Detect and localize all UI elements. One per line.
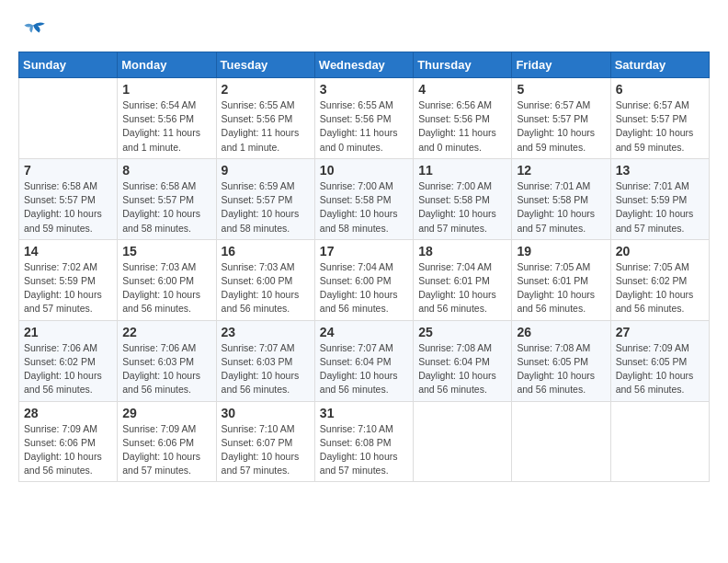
day-info: Sunrise: 6:57 AM Sunset: 5:57 PM Dayligh… [517, 98, 605, 155]
day-number: 26 [517, 325, 605, 339]
calendar-cell: 28Sunrise: 7:09 AM Sunset: 6:06 PM Dayli… [19, 401, 118, 482]
calendar-cell: 4Sunrise: 6:56 AM Sunset: 5:56 PM Daylig… [414, 78, 512, 159]
weekday-header-tuesday: Tuesday [216, 52, 314, 78]
weekday-header-saturday: Saturday [610, 52, 709, 78]
day-number: 20 [616, 244, 704, 259]
calendar-cell: 22Sunrise: 7:06 AM Sunset: 6:03 PM Dayli… [118, 320, 216, 401]
calendar-week-2: 7Sunrise: 6:58 AM Sunset: 5:57 PM Daylig… [19, 158, 710, 239]
weekday-header-wednesday: Wednesday [314, 52, 413, 78]
day-info: Sunrise: 7:08 AM Sunset: 6:04 PM Dayligh… [418, 341, 506, 397]
day-number: 8 [122, 163, 210, 178]
day-info: Sunrise: 7:03 AM Sunset: 6:00 PM Dayligh… [122, 260, 210, 316]
calendar-cell: 7Sunrise: 6:58 AM Sunset: 5:57 PM Daylig… [19, 158, 118, 239]
calendar-cell: 31Sunrise: 7:10 AM Sunset: 6:08 PM Dayli… [314, 401, 413, 482]
day-info: Sunrise: 7:03 AM Sunset: 6:00 PM Dayligh… [222, 260, 310, 316]
day-number: 4 [418, 82, 506, 97]
day-number: 17 [320, 244, 408, 259]
day-number: 13 [616, 163, 704, 178]
calendar-table: SundayMondayTuesdayWednesdayThursdayFrid… [18, 52, 710, 482]
day-number: 24 [320, 325, 408, 339]
day-number: 27 [616, 325, 704, 339]
day-number: 5 [517, 82, 605, 97]
day-info: Sunrise: 7:01 AM Sunset: 5:58 PM Dayligh… [517, 179, 605, 236]
day-number: 2 [222, 82, 310, 97]
calendar-cell: 25Sunrise: 7:08 AM Sunset: 6:04 PM Dayli… [414, 320, 512, 401]
day-info: Sunrise: 7:09 AM Sunset: 6:05 PM Dayligh… [616, 341, 704, 397]
calendar-cell: 27Sunrise: 7:09 AM Sunset: 6:05 PM Dayli… [610, 320, 709, 401]
weekday-header-sunday: Sunday [19, 52, 118, 78]
calendar-cell: 24Sunrise: 7:07 AM Sunset: 6:04 PM Dayli… [314, 320, 413, 401]
day-number: 11 [418, 163, 506, 178]
day-number: 16 [222, 244, 310, 259]
day-info: Sunrise: 6:59 AM Sunset: 5:57 PM Dayligh… [222, 179, 310, 236]
calendar-cell: 16Sunrise: 7:03 AM Sunset: 6:00 PM Dayli… [216, 239, 314, 320]
weekday-header-thursday: Thursday [414, 52, 512, 78]
day-info: Sunrise: 7:04 AM Sunset: 6:00 PM Dayligh… [320, 260, 408, 316]
calendar-cell: 10Sunrise: 7:00 AM Sunset: 5:58 PM Dayli… [314, 158, 413, 239]
calendar-week-1: 1Sunrise: 6:54 AM Sunset: 5:56 PM Daylig… [19, 78, 710, 159]
calendar-cell: 13Sunrise: 7:01 AM Sunset: 5:59 PM Dayli… [610, 158, 709, 239]
day-number: 1 [122, 82, 210, 97]
day-info: Sunrise: 7:09 AM Sunset: 6:06 PM Dayligh… [122, 422, 210, 478]
day-info: Sunrise: 7:06 AM Sunset: 6:02 PM Dayligh… [24, 341, 112, 397]
calendar-cell: 11Sunrise: 7:00 AM Sunset: 5:58 PM Dayli… [414, 158, 512, 239]
day-info: Sunrise: 7:07 AM Sunset: 6:04 PM Dayligh… [320, 341, 408, 397]
day-info: Sunrise: 6:55 AM Sunset: 5:56 PM Dayligh… [222, 98, 310, 155]
page-header [18, 18, 710, 42]
day-info: Sunrise: 6:56 AM Sunset: 5:56 PM Dayligh… [418, 98, 506, 155]
day-info: Sunrise: 7:00 AM Sunset: 5:58 PM Dayligh… [320, 179, 408, 236]
logo-bird-icon [18, 18, 48, 42]
calendar-cell: 14Sunrise: 7:02 AM Sunset: 5:59 PM Dayli… [19, 239, 118, 320]
day-info: Sunrise: 6:55 AM Sunset: 5:56 PM Dayligh… [320, 98, 408, 155]
calendar-cell: 8Sunrise: 6:58 AM Sunset: 5:57 PM Daylig… [118, 158, 216, 239]
day-info: Sunrise: 7:10 AM Sunset: 6:07 PM Dayligh… [222, 422, 310, 478]
calendar-week-4: 21Sunrise: 7:06 AM Sunset: 6:02 PM Dayli… [19, 320, 710, 401]
day-info: Sunrise: 7:05 AM Sunset: 6:02 PM Dayligh… [616, 260, 704, 316]
calendar-cell: 12Sunrise: 7:01 AM Sunset: 5:58 PM Dayli… [512, 158, 610, 239]
calendar-week-3: 14Sunrise: 7:02 AM Sunset: 5:59 PM Dayli… [19, 239, 710, 320]
day-info: Sunrise: 6:58 AM Sunset: 5:57 PM Dayligh… [122, 179, 210, 236]
calendar-cell: 6Sunrise: 6:57 AM Sunset: 5:57 PM Daylig… [610, 78, 709, 159]
day-info: Sunrise: 7:05 AM Sunset: 6:01 PM Dayligh… [517, 260, 605, 316]
day-info: Sunrise: 6:58 AM Sunset: 5:57 PM Dayligh… [24, 179, 112, 236]
day-info: Sunrise: 7:00 AM Sunset: 5:58 PM Dayligh… [418, 179, 506, 236]
day-number: 31 [320, 406, 408, 420]
calendar-cell: 26Sunrise: 7:08 AM Sunset: 6:05 PM Dayli… [512, 320, 610, 401]
day-number: 21 [24, 325, 112, 339]
day-info: Sunrise: 7:07 AM Sunset: 6:03 PM Dayligh… [222, 341, 310, 397]
calendar-cell: 15Sunrise: 7:03 AM Sunset: 6:00 PM Dayli… [118, 239, 216, 320]
day-info: Sunrise: 7:08 AM Sunset: 6:05 PM Dayligh… [517, 341, 605, 397]
calendar-cell: 19Sunrise: 7:05 AM Sunset: 6:01 PM Dayli… [512, 239, 610, 320]
day-number: 9 [222, 163, 310, 178]
day-number: 14 [24, 244, 112, 259]
day-number: 18 [418, 244, 506, 259]
calendar-cell: 30Sunrise: 7:10 AM Sunset: 6:07 PM Dayli… [216, 401, 314, 482]
calendar-cell: 23Sunrise: 7:07 AM Sunset: 6:03 PM Dayli… [216, 320, 314, 401]
calendar-cell [610, 401, 709, 482]
calendar-cell: 17Sunrise: 7:04 AM Sunset: 6:00 PM Dayli… [314, 239, 413, 320]
calendar-cell: 29Sunrise: 7:09 AM Sunset: 6:06 PM Dayli… [118, 401, 216, 482]
calendar-cell: 20Sunrise: 7:05 AM Sunset: 6:02 PM Dayli… [610, 239, 709, 320]
day-number: 7 [24, 163, 112, 178]
day-number: 23 [222, 325, 310, 339]
weekday-header-monday: Monday [118, 52, 216, 78]
calendar-cell [19, 78, 118, 159]
day-info: Sunrise: 7:04 AM Sunset: 6:01 PM Dayligh… [418, 260, 506, 316]
day-number: 10 [320, 163, 408, 178]
day-number: 19 [517, 244, 605, 259]
logo [18, 18, 51, 42]
day-info: Sunrise: 6:57 AM Sunset: 5:57 PM Dayligh… [616, 98, 704, 155]
weekday-header-friday: Friday [512, 52, 610, 78]
day-number: 3 [320, 82, 408, 97]
day-info: Sunrise: 7:01 AM Sunset: 5:59 PM Dayligh… [616, 179, 704, 236]
calendar-cell: 21Sunrise: 7:06 AM Sunset: 6:02 PM Dayli… [19, 320, 118, 401]
calendar-cell: 5Sunrise: 6:57 AM Sunset: 5:57 PM Daylig… [512, 78, 610, 159]
calendar-week-5: 28Sunrise: 7:09 AM Sunset: 6:06 PM Dayli… [19, 401, 710, 482]
calendar-cell: 3Sunrise: 6:55 AM Sunset: 5:56 PM Daylig… [314, 78, 413, 159]
calendar-cell [512, 401, 610, 482]
calendar-header-row: SundayMondayTuesdayWednesdayThursdayFrid… [19, 52, 710, 78]
day-number: 30 [222, 406, 310, 420]
calendar-cell: 1Sunrise: 6:54 AM Sunset: 5:56 PM Daylig… [118, 78, 216, 159]
calendar-cell: 9Sunrise: 6:59 AM Sunset: 5:57 PM Daylig… [216, 158, 314, 239]
day-number: 22 [122, 325, 210, 339]
